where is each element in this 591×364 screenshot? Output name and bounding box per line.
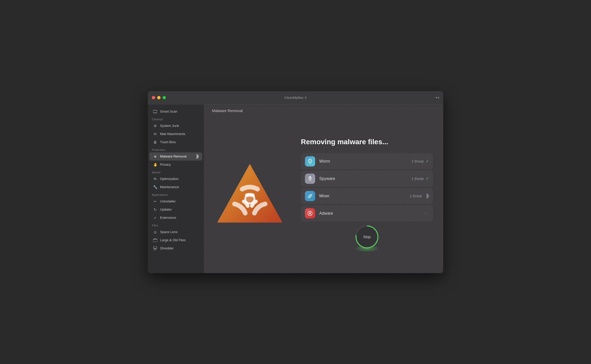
space-lens-label: Space Lens	[160, 230, 199, 234]
worm-icon	[305, 156, 315, 166]
worm-checkmark: ✓	[426, 159, 429, 164]
threat-item-spyware: Spyware 1 threat ✓	[301, 171, 433, 187]
maintenance-icon: 🔧	[153, 185, 157, 189]
privacy-label: Privacy	[160, 163, 199, 166]
spyware-checkmark: ✓	[426, 176, 429, 181]
sidebar-item-optimization[interactable]: Optimization	[149, 175, 202, 183]
stop-button[interactable]: Stop	[357, 227, 377, 247]
adware-label: Adware	[319, 211, 420, 216]
miner-spinner	[424, 193, 429, 199]
updater-icon: ↻	[153, 207, 157, 212]
svg-point-21	[310, 178, 311, 179]
spyware-status: 1 threat ✓	[412, 176, 429, 181]
worm-status: 1 threat ✓	[412, 159, 429, 164]
malware-icon: ☣	[153, 154, 157, 159]
section-label-files: Files	[148, 222, 204, 228]
optimization-icon	[153, 177, 157, 181]
minimize-button[interactable]	[157, 96, 161, 99]
sidebar: Smart Scan Cleanup ⚙ System Junk ✉ Mail …	[148, 104, 204, 273]
svg-rect-10	[154, 246, 157, 248]
svg-point-18	[309, 160, 310, 161]
section-label-applications: Applications	[148, 191, 204, 197]
worm-label: Worm	[319, 159, 408, 164]
sidebar-item-malware-removal[interactable]: ☣ Malware Removal	[149, 152, 202, 161]
spyware-label: Spyware	[319, 176, 408, 181]
updater-label: Updater	[160, 208, 199, 211]
worm-threat-count: 1 threat	[412, 159, 424, 163]
adware-pending-dots: ···	[424, 211, 429, 216]
content-header: Malware Removal	[204, 104, 443, 117]
mail-icon: ✉	[153, 132, 157, 136]
biohazard-icon	[214, 159, 286, 231]
svg-point-19	[311, 160, 311, 161]
dot-icon	[438, 97, 439, 98]
uninstaller-label: Uninstaller	[160, 199, 199, 203]
sidebar-item-trash-bins[interactable]: 🗑 Trash Bins	[149, 138, 202, 146]
sidebar-item-uninstaller[interactable]: ✂ Uninstaller	[149, 197, 202, 205]
optimization-label: Optimization	[160, 177, 199, 181]
section-label-protection: Protection	[148, 146, 204, 152]
sidebar-item-shredder[interactable]: Shredder	[149, 244, 202, 252]
shredder-label: Shredder	[160, 246, 199, 250]
app-window: CleanMyMac X Smart Scan Cleanup	[148, 91, 443, 273]
more-options-button[interactable]	[436, 97, 439, 98]
right-panel: Removing malware files...	[296, 117, 443, 273]
miner-icon	[305, 191, 315, 201]
svg-rect-22	[309, 176, 311, 177]
threat-list: Worm 1 threat ✓	[301, 153, 433, 222]
stop-area: Stop	[301, 222, 433, 252]
malware-removal-label: Malware Removal	[160, 154, 192, 158]
sidebar-item-smart-scan[interactable]: Smart Scan	[149, 107, 202, 116]
spyware-icon	[305, 174, 315, 184]
adware-status: ···	[424, 211, 429, 216]
adware-icon	[305, 208, 315, 219]
close-button[interactable]	[152, 96, 155, 99]
extensions-label: Extensions	[160, 216, 199, 220]
miner-threat-count: 1 threat	[410, 194, 422, 198]
system-junk-label: System Junk	[160, 124, 199, 128]
shredder-icon	[153, 246, 157, 251]
large-files-icon	[153, 238, 157, 242]
sidebar-item-space-lens[interactable]: ◎ Space Lens	[149, 228, 202, 236]
sidebar-item-maintenance[interactable]: 🔧 Maintenance	[149, 183, 202, 191]
smart-scan-label: Smart Scan	[160, 110, 199, 113]
traffic-lights	[152, 96, 166, 99]
svg-rect-0	[153, 110, 157, 113]
system-junk-icon: ⚙	[153, 124, 157, 128]
maintenance-label: Maintenance	[160, 185, 199, 189]
maximize-button[interactable]	[163, 96, 166, 99]
section-label-cleanup: Cleanup	[148, 116, 204, 122]
trash-bins-label: Trash Bins	[160, 140, 199, 144]
large-old-files-label: Large & Old Files	[160, 238, 199, 242]
threat-item-adware: Adware ···	[301, 205, 433, 222]
sidebar-item-mail-attachments[interactable]: ✉ Mail Attachments	[149, 130, 202, 138]
uninstaller-icon: ✂	[153, 199, 157, 204]
svg-line-14	[156, 249, 156, 250]
smart-scan-icon	[153, 109, 157, 114]
sidebar-item-privacy[interactable]: 🤚 Privacy	[149, 161, 202, 169]
sidebar-item-extensions[interactable]: ⤢ Extensions	[149, 214, 202, 222]
app-title: CleanMyMac X	[284, 96, 307, 100]
miner-status: 1 threat	[410, 193, 429, 199]
section-label-speed: Speed	[148, 169, 204, 175]
trash-icon: 🗑	[153, 140, 157, 144]
svg-point-23	[309, 195, 311, 197]
threat-item-worm: Worm 1 threat ✓	[301, 153, 433, 169]
stop-button-container: Stop	[357, 227, 377, 247]
sidebar-item-updater[interactable]: ↻ Updater	[149, 205, 202, 214]
dot-icon	[436, 97, 437, 98]
content-area: Malware Removal	[204, 104, 443, 273]
panel-title: Removing malware files...	[301, 138, 433, 146]
threat-item-miner: Miner 1 threat	[301, 188, 433, 204]
space-lens-icon: ◎	[153, 230, 157, 234]
svg-line-13	[155, 249, 155, 250]
svg-rect-9	[153, 239, 157, 242]
sidebar-item-large-old-files[interactable]: Large & Old Files	[149, 236, 202, 244]
content-body: Removing malware files...	[204, 117, 443, 273]
biohazard-area	[204, 117, 296, 273]
sidebar-item-system-junk[interactable]: ⚙ System Junk	[149, 122, 202, 130]
mail-attachments-label: Mail Attachments	[160, 132, 199, 136]
spyware-threat-count: 1 threat	[412, 177, 424, 181]
progress-badge	[194, 154, 199, 159]
extensions-icon: ⤢	[153, 215, 157, 220]
